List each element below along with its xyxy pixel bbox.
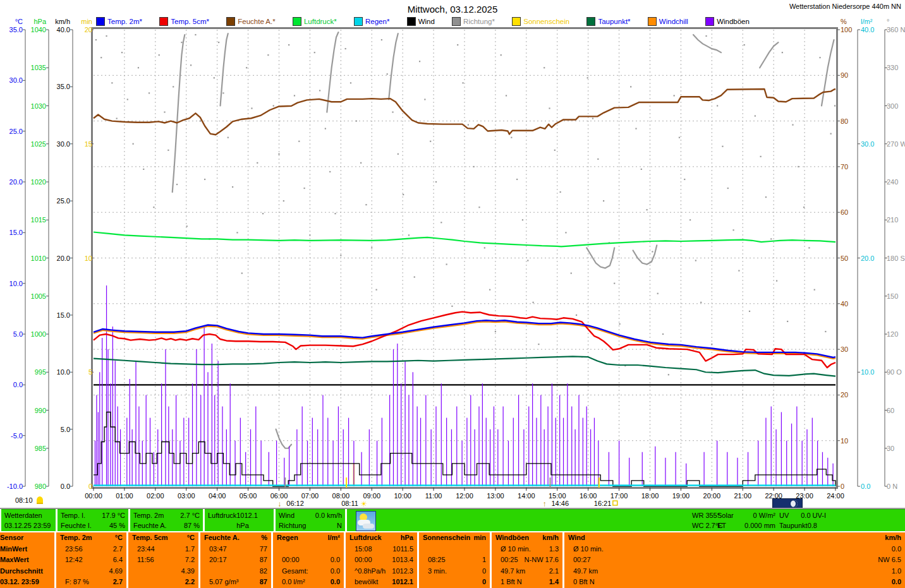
stats-cell-value: 77 (260, 544, 267, 555)
stats-cell-value: 2.7 (113, 544, 123, 555)
info-label: ET (717, 520, 726, 531)
stats-cell-label: 0.0 l/m² (277, 577, 305, 588)
stats-cell-label: 12:42 (60, 555, 83, 566)
svg-text:20.0: 20.0 (57, 255, 70, 262)
svg-text:15.0: 15.0 (57, 311, 70, 319)
svg-text:14:00: 14:00 (518, 492, 535, 500)
svg-text:5.0: 5.0 (13, 330, 23, 338)
sunset-square-icon (613, 501, 617, 505)
stats-cell-value: 1.3 (549, 544, 559, 555)
svg-text:10.0: 10.0 (861, 368, 874, 376)
svg-text:06:12: 06:12 (286, 500, 304, 507)
series-taupunkt (94, 356, 835, 376)
weather-chart: °C35.030.025.020.015.010.05.00.0-5.0-10.… (0, 0, 905, 588)
svg-text:5.0: 5.0 (61, 426, 70, 433)
stats-cell-value: 0.0 (892, 577, 901, 588)
info-value: 0.0 km/h (315, 510, 342, 520)
stats-cell-label: 49.7 km (568, 566, 598, 577)
svg-text:30: 30 (841, 345, 848, 353)
svg-text:11:00: 11:00 (425, 492, 442, 500)
svg-text:5: 5 (88, 368, 92, 376)
stats-cell-label (204, 566, 209, 577)
svg-text:90 O: 90 O (887, 368, 902, 376)
stats-cell-value: 87 (260, 555, 267, 566)
info-label: Solar (717, 510, 734, 520)
svg-text:270 W: 270 W (887, 140, 905, 148)
info-value: 0 W/m² (753, 510, 775, 520)
info-label: Luftdruck (208, 510, 236, 531)
svg-text:10: 10 (841, 437, 848, 445)
svg-text:02:00: 02:00 (147, 492, 164, 500)
stats-cell-value: 0.0 (331, 555, 340, 566)
svg-text:16:21: 16:21 (594, 500, 612, 507)
gridlines (94, 30, 835, 486)
stats-cell-label (423, 544, 428, 555)
weather-icon (356, 511, 376, 531)
stats-cell-label: ^0.8hPa/h (349, 566, 386, 577)
svg-text:%: % (841, 18, 847, 25)
info-label: Feuchte I. (61, 520, 92, 531)
stats-cell-value: 4.39 (181, 566, 195, 577)
svg-text:l/m²: l/m² (861, 18, 873, 25)
info-value: 1012.1 hPa (236, 510, 270, 531)
svg-text:20: 20 (841, 391, 848, 399)
svg-text:min: min (81, 18, 92, 25)
svg-text:120: 120 (887, 330, 898, 338)
stats-col-temp-5cm: Temp. 5cm°C23:441.711:567.24.392.2 (128, 532, 198, 588)
sun-icon (37, 496, 43, 504)
arrow-down-icon: ↓ (277, 500, 281, 508)
stats-cell-value: 0 (482, 566, 486, 577)
stats-cell-label: 20:17 (204, 555, 227, 566)
svg-text:-5.0: -5.0 (11, 432, 23, 440)
stats-col-name: Sonnenschein (423, 532, 470, 544)
info-cell-wind: Wind0.0 km/hRichtungN (276, 509, 345, 531)
stats-cell-label: 00:25 (495, 555, 518, 566)
info-value: 17.9 °C (102, 510, 125, 520)
info-bar: Wetterdaten03.12.25 23:59Temp. I.17.9 °C… (0, 509, 905, 531)
svg-text:°: ° (887, 18, 889, 25)
stats-row-label: 03.12. 23:59 (0, 577, 54, 588)
svg-text:300: 300 (887, 102, 898, 110)
stats-cell-label (423, 577, 428, 588)
stats-col-unit: min (473, 532, 486, 544)
stats-cell-value: 1013.4 (392, 555, 413, 566)
svg-text:10.0: 10.0 (57, 368, 70, 376)
stats-cell-label (60, 566, 65, 577)
svg-text:30: 30 (887, 445, 894, 452)
svg-text:20: 20 (85, 26, 92, 33)
arrow-up-icon: ↑ (542, 500, 546, 508)
stats-col-unit: % (261, 532, 267, 544)
svg-text:1030: 1030 (31, 102, 46, 110)
info-line: 03.12.25 23:59 (4, 520, 52, 531)
stats-row-label: Sensor (0, 532, 54, 544)
stats-cell-value: 6.4 (113, 555, 123, 566)
stats-cell-value: 82 (260, 566, 267, 577)
svg-text:995: 995 (35, 368, 46, 376)
svg-text:40: 40 (841, 300, 848, 308)
svg-text:03:00: 03:00 (178, 492, 195, 500)
stats-cell-label: 00:00 (349, 555, 372, 566)
stats-cell-label: bewölkt (349, 577, 378, 588)
series-feuchte (94, 89, 835, 135)
stats-col-name: Wind (568, 532, 585, 544)
svg-text:240: 240 (887, 178, 898, 186)
svg-text:19:00: 19:00 (672, 492, 690, 500)
stats-cell-label: 00:27 (568, 555, 591, 566)
stats-col-wind: Windkm/hØ 10 min.0.000:27NW 6.549.7 km1.… (564, 532, 905, 588)
stats-cell-label: 49.7 km (495, 566, 525, 577)
series-temp-5cm (94, 312, 835, 368)
stats-cell-label: Gesamt: (277, 566, 308, 577)
svg-text:0.0: 0.0 (861, 483, 870, 490)
series-windchill (94, 321, 835, 359)
stats-cell-label: Ø 10 min. (495, 544, 531, 555)
svg-text:km/h: km/h (55, 18, 70, 25)
svg-text:16:00: 16:00 (580, 492, 597, 500)
info-value: 2.7 °C (180, 510, 200, 520)
svg-text:1000: 1000 (31, 330, 46, 338)
weather-app-page: Wetterstation Niedersorpe 440m NN Mittwo… (0, 0, 905, 588)
svg-text:08:00: 08:00 (332, 492, 350, 500)
info-label: Richtung (279, 520, 306, 531)
stats-cell-value: 87 (260, 577, 267, 588)
svg-text:10:00: 10:00 (394, 492, 411, 500)
stats-col-name: Temp. 2m (60, 532, 92, 544)
